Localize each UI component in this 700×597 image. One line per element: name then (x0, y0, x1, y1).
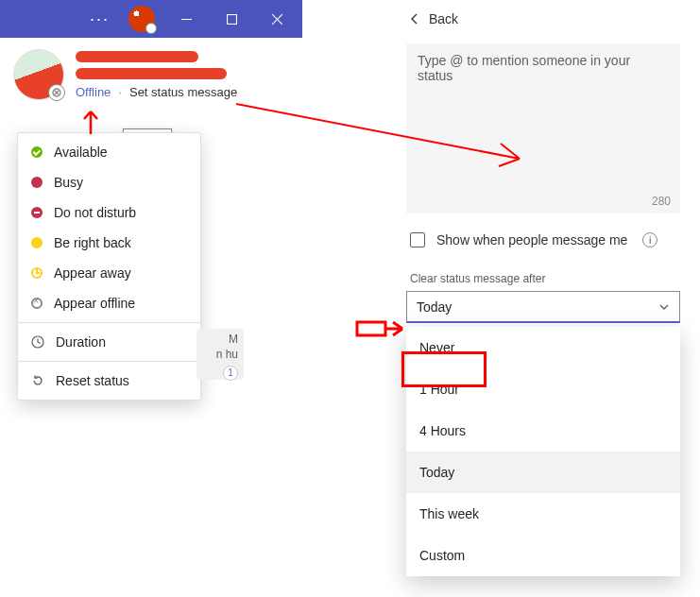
annotation-box-never (401, 351, 487, 387)
status-reset[interactable]: Reset status (18, 366, 200, 396)
status-label: Appear away (54, 265, 131, 281)
presence-link[interactable]: Offline (76, 85, 111, 99)
show-when-checkbox[interactable] (410, 232, 425, 247)
dnd-icon (31, 207, 43, 218)
minimize-button[interactable] (164, 0, 208, 38)
status-label: Appear offline (54, 296, 135, 311)
info-icon[interactable]: i (642, 232, 657, 247)
close-button[interactable] (255, 0, 299, 38)
available-icon (31, 146, 43, 158)
chevron-left-icon (410, 12, 419, 26)
status-label: Do not disturb (54, 205, 136, 220)
away-icon (31, 267, 43, 279)
chevron-down-icon (658, 301, 670, 313)
status-message-input[interactable]: Type @ to mention someone in your status… (406, 43, 680, 213)
option-thisweek[interactable]: This week (406, 493, 680, 535)
set-status-message-link[interactable]: Set status message (129, 85, 237, 99)
status-duration[interactable]: Duration (18, 327, 200, 357)
char-counter: 280 (652, 195, 671, 208)
status-placeholder: Type @ to mention someone in your status (418, 53, 630, 83)
separator: · (118, 85, 122, 99)
status-message-panel: Back Type @ to mention someone in your s… (406, 6, 690, 576)
back-label: Back (429, 11, 458, 26)
option-4hours[interactable]: 4 Hours (406, 410, 680, 452)
chat-preview: M n hu 1 (196, 329, 244, 380)
status-brb[interactable]: Be right back (18, 228, 200, 258)
status-busy[interactable]: Busy (18, 167, 200, 197)
status-label: Available (54, 145, 108, 160)
avatar[interactable] (13, 49, 64, 100)
offline-icon (31, 298, 43, 309)
redacted-name (76, 51, 198, 62)
profile-header: Offline · Set status message (0, 38, 302, 104)
divider (18, 361, 200, 362)
chat-line: n hu (216, 348, 238, 361)
titlebar-avatar[interactable] (128, 6, 155, 32)
more-icon[interactable]: ··· (80, 9, 119, 29)
status-label: Busy (54, 175, 83, 190)
divider (18, 322, 200, 323)
presence-badge-icon (48, 84, 65, 101)
svg-rect-8 (357, 322, 385, 335)
status-available[interactable]: Available (18, 137, 200, 167)
chat-line: M (229, 333, 238, 346)
clear-after-label: Clear status message after (406, 255, 690, 291)
redacted-email (76, 68, 227, 79)
status-dnd[interactable]: Do not disturb (18, 197, 200, 228)
status-away[interactable]: Appear away (18, 258, 200, 288)
show-when-row[interactable]: Show when people message me i (406, 213, 690, 255)
status-label: Be right back (54, 235, 131, 250)
presence-dropdown: Available Busy Do not disturb Be right b… (17, 132, 201, 401)
clear-after-select[interactable]: Today (406, 291, 680, 323)
show-when-label: Show when people message me (436, 232, 627, 247)
clock-icon (31, 335, 44, 349)
reset-label: Reset status (56, 373, 129, 388)
window-titlebar: ··· (0, 0, 302, 38)
svg-rect-1 (227, 14, 236, 24)
annotation-arrow-select (357, 318, 404, 344)
brb-icon (31, 237, 43, 248)
maximize-button[interactable] (210, 0, 253, 38)
busy-icon (31, 177, 43, 188)
option-today[interactable]: Today (406, 452, 680, 493)
select-value: Today (417, 299, 452, 315)
duration-label: Duration (56, 334, 106, 350)
unread-badge: 1 (223, 366, 238, 381)
option-custom[interactable]: Custom (406, 535, 680, 576)
profile-name-block: Offline · Set status message (76, 49, 289, 100)
status-offline[interactable]: Appear offline (18, 288, 200, 318)
reset-icon (31, 374, 44, 387)
back-button[interactable]: Back (406, 6, 690, 43)
